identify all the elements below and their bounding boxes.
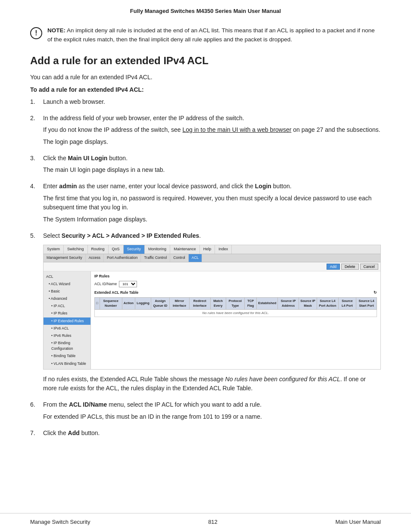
sidebar-ipv6-rules[interactable]: • IPv6 Rules: [44, 332, 90, 339]
sidebar-ipv6-acl[interactable]: • IPv6 ACL: [44, 325, 90, 332]
sidebar-ip-acl[interactable]: • IP ACL: [44, 302, 90, 310]
subnav-traffic-control[interactable]: Traffic Control: [141, 254, 170, 261]
sidebar-ip-binding-config[interactable]: • IP Binding Configuration: [44, 339, 90, 352]
step-2-sub2: The login page displays.: [43, 137, 381, 147]
step-7-body: Click the Add button.: [43, 429, 381, 441]
col-established: Established: [257, 297, 278, 309]
ui-table-title: Extended ACL Rule Table ↻: [94, 290, 377, 296]
nav-system[interactable]: System: [44, 245, 64, 254]
step-6-num: 6.: [30, 400, 40, 424]
subnav-control[interactable]: Control: [170, 254, 188, 261]
ui-content: IP Rules ACL ID/Name 101 Extended: [91, 271, 380, 369]
sidebar-basic[interactable]: • Basic: [44, 288, 90, 295]
subnav-port-auth[interactable]: Port Authentication: [104, 254, 141, 261]
sidebar-vlan-binding-table[interactable]: • VLAN Binding Table: [44, 360, 90, 367]
nav-maintenance[interactable]: Maintenance: [170, 245, 200, 254]
sidebar-ip-rules[interactable]: • IP Rules: [44, 310, 90, 317]
step-2-sub1: If you do not know the IP address of the…: [43, 125, 381, 135]
footer-left: Manage Switch Security: [30, 519, 90, 525]
col-match: Match Every: [210, 297, 226, 309]
step-5: 5. Select Security > ACL > Advanced > IP…: [30, 231, 381, 396]
step-4-body: Enter admin as the user name, enter your…: [43, 182, 381, 227]
sidebar-advanced[interactable]: • Advanced: [44, 295, 90, 302]
step-2-link[interactable]: Log in to the main UI with a web browser: [182, 126, 291, 133]
step-5-body: Select Security > ACL > Advanced > IP Ex…: [43, 231, 381, 396]
nav-help[interactable]: Help: [200, 245, 215, 254]
acl-id-select[interactable]: 101: [119, 281, 137, 287]
footer-center: 812: [208, 519, 218, 525]
nav-switching[interactable]: Switching: [64, 245, 88, 254]
cancel-button[interactable]: Cancel: [360, 264, 378, 270]
step-6-body: From the ACL ID/Name menu, select the IP…: [43, 400, 381, 424]
footer-right: Main User Manual: [336, 519, 381, 525]
ui-sub-nav: Management Security Access Port Authenti…: [44, 254, 380, 262]
nav-index[interactable]: Index: [215, 245, 232, 254]
step-6-sub1: For extended IP ACLs, this must be an ID…: [43, 412, 381, 422]
col-src-l4-start: Source L4 Start Port: [356, 297, 377, 309]
step-5-num: 5.: [30, 231, 40, 396]
sidebar-acl[interactable]: ACL: [44, 273, 90, 280]
step-4-num: 4.: [30, 182, 40, 227]
page-wrapper: Fully Managed Switches M4350 Series Main…: [0, 0, 411, 532]
step-4-text: Enter admin as the user name, enter your…: [43, 182, 381, 191]
add-button[interactable]: Add: [327, 264, 340, 270]
col-protocol: Protocol Type: [226, 297, 245, 309]
step-2: 2. In the address field of your web brow…: [30, 114, 381, 149]
col-logging: Logging: [135, 297, 151, 309]
step-7: 7. Click the Add button.: [30, 429, 381, 441]
col-mirror: Mirror Interface: [170, 297, 190, 309]
table-refresh-icon[interactable]: ↻: [374, 290, 377, 296]
col-src-l4-action: Source L4 Port Action: [317, 297, 339, 309]
col-check: □: [95, 297, 100, 309]
step-7-num: 7.: [30, 429, 40, 441]
step-4-sub1: The first time that you log in, no passw…: [43, 194, 381, 212]
nav-routing[interactable]: Routing: [88, 245, 109, 254]
col-assign-queue: Assign Queue ID: [151, 297, 169, 309]
subnav-access[interactable]: Access: [86, 254, 104, 261]
acl-id-label: ACL ID/Name: [94, 281, 117, 287]
step-3-text: Click the Main UI Login button.: [43, 154, 381, 163]
step-3-sub1: The main UI login page displays in a new…: [43, 165, 381, 175]
page-footer: Manage Switch Security 812 Main User Man…: [0, 513, 411, 532]
step-1-num: 1.: [30, 97, 40, 109]
note-label: NOTE:: [47, 27, 65, 34]
step-6-text: From the ACL ID/Name menu, select the IP…: [43, 400, 381, 410]
steps-list: 1. Launch a web browser. 2. In the addre…: [30, 97, 381, 440]
col-src-mask: Source IP Mask: [299, 297, 317, 309]
nav-security[interactable]: Security: [124, 245, 145, 254]
table-title-text: Extended ACL Rule Table: [94, 290, 138, 296]
ui-main: ACL • ACL Wizard • Basic • Advanced • IP…: [44, 271, 380, 369]
col-seq: Sequence Number: [100, 297, 122, 309]
sidebar-binding-table[interactable]: • Binding Table: [44, 352, 90, 360]
note-box: ! NOTE: An implicit deny all rule is inc…: [30, 26, 381, 44]
ui-screenshot: System Switching Routing QoS Security Mo…: [43, 245, 381, 369]
note-text: NOTE: An implicit deny all rule is inclu…: [47, 26, 381, 44]
subnav-acl[interactable]: ACL: [189, 254, 202, 261]
ui-sidebar: ACL • ACL Wizard • Basic • Advanced • IP…: [44, 271, 91, 369]
page-header: Fully Managed Switches M4350 Series Main…: [0, 0, 411, 18]
sidebar-ip-extended-rules[interactable]: • IP Extended Rules: [44, 317, 90, 325]
intro-text: You can add a rule for an extended IPv4 …: [30, 73, 381, 82]
step-2-body: In the address field of your web browser…: [43, 114, 381, 149]
step-2-text: In the address field of your web browser…: [43, 114, 381, 123]
delete-button[interactable]: Delete: [341, 264, 359, 270]
subnav-mgmt-security[interactable]: Management Security: [44, 254, 86, 261]
nav-monitoring[interactable]: Monitoring: [145, 245, 170, 254]
step-5-text: Select Security > ACL > Advanced > IP Ex…: [43, 231, 381, 241]
col-redirect: Redirect Interface: [190, 297, 211, 309]
step-6: 6. From the ACL ID/Name menu, select the…: [30, 400, 381, 424]
no-rules-message: No rules have been configured for this A…: [202, 309, 270, 317]
nav-qos[interactable]: QoS: [109, 245, 124, 254]
page-content: ! NOTE: An implicit deny all rule is inc…: [0, 18, 411, 513]
step-2-num: 2.: [30, 114, 40, 149]
step-4: 4. Enter admin as the user name, enter y…: [30, 182, 381, 227]
ui-toolbar: Add Delete Cancel: [44, 262, 380, 271]
step-7-text: Click the Add button.: [43, 429, 381, 438]
step-1-body: Launch a web browser.: [43, 97, 381, 109]
sidebar-acl-wizard[interactable]: • ACL Wizard: [44, 280, 90, 288]
col-src-l4-port: Source L4 Port: [338, 297, 356, 309]
col-action: Action: [122, 297, 135, 309]
sub-heading: To add a rule for an extended IPv4 ACL:: [30, 86, 381, 93]
section-title: Add a rule for an extended IPv4 ACL: [30, 55, 381, 67]
step-3: 3. Click the Main UI Login button. The m…: [30, 154, 381, 177]
